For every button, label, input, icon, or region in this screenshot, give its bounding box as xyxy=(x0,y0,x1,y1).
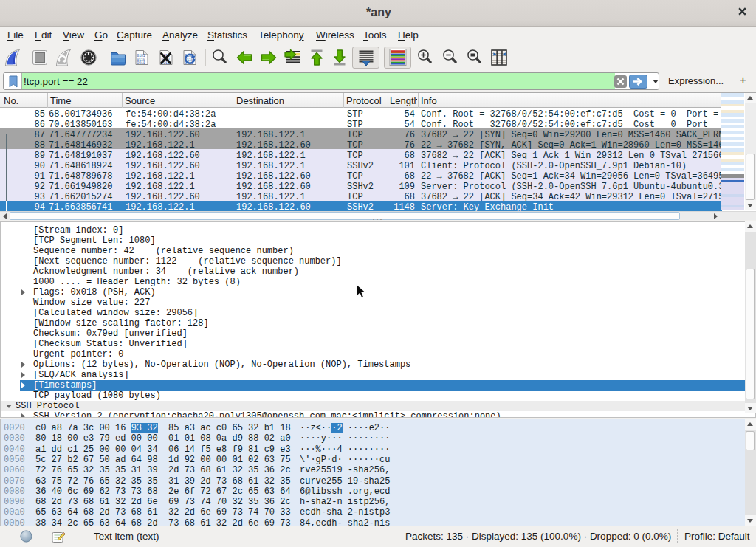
svg-text:0011: 0011 xyxy=(137,61,145,65)
